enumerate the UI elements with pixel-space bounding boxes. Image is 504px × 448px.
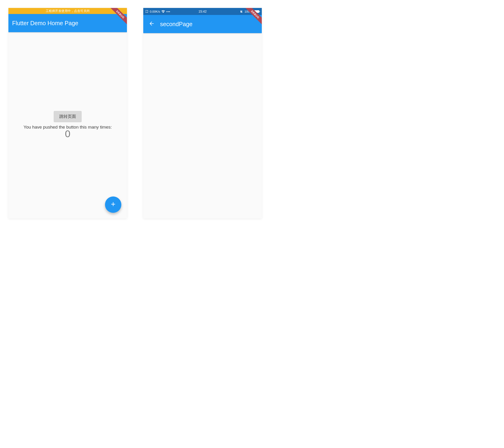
appbar-title: Flutter Demo Home Page [12,20,78,27]
arrow-back-icon [149,20,155,28]
back-button[interactable] [147,20,156,28]
dev-mode-banner[interactable]: 工程师开发使用中，点击可关闭 [8,8,127,14]
net-speed: 0.00K/s [150,10,160,13]
appbar-title: secondPage [160,21,193,28]
dnd-icon [240,10,243,13]
increment-fab[interactable] [105,197,121,213]
phone-left: DEBUG 工程师开发使用中，点击可关闭 Flutter Demo Home P… [8,8,127,218]
more-icon: ••• [166,10,170,13]
status-time: 15:42 [198,10,206,13]
appbar: Flutter Demo Home Page [8,14,127,32]
wifi-icon [162,10,165,13]
status-bar: 0.00K/s ••• 15:42 100% [143,8,262,15]
page-body-empty [143,33,262,218]
navigate-button[interactable]: 跳转页面 [54,111,81,122]
counter-value: 0 [65,128,70,140]
appbar: secondPage [143,15,262,33]
phone-right: DEBUG 0.00K/s ••• 15:42 100% [143,8,262,218]
plus-icon [110,201,116,208]
cast-icon [145,10,148,13]
page-body: 跳转页面 You have pushed the button this man… [8,32,127,218]
